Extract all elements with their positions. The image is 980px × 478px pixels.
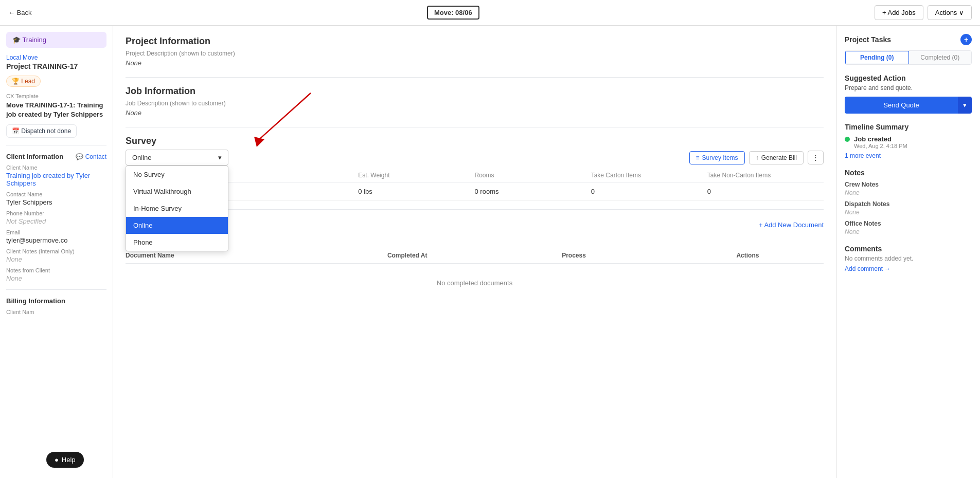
doc-col-completed: Completed At <box>387 252 562 259</box>
survey-items-icon: ≡ <box>696 154 700 161</box>
survey-option-phone[interactable]: Phone <box>126 234 228 251</box>
timeline-details: Job created Wed, Aug 2, 4:18 PM <box>854 135 907 149</box>
timeline-section: Timeline Summary Job created Wed, Aug 2,… <box>845 123 972 159</box>
main-layout: 🎓 Training Local Move Project TRAINING-1… <box>0 26 980 478</box>
no-comments-text: No comments added yet. <box>845 255 972 262</box>
client-name-label: Client Name <box>6 164 106 171</box>
notes-from-client-label: Notes from Client <box>6 267 106 273</box>
completed-tab[interactable]: Completed (0) <box>909 51 972 64</box>
billing-info-title: Billing Information <box>6 297 106 305</box>
email-value: tyler@supermove.co <box>6 236 106 244</box>
survey-items-label: Survey Items <box>702 154 738 161</box>
right-panel: Project Tasks + Pending (0) Completed (0… <box>836 26 980 478</box>
back-link[interactable]: ← Back <box>8 9 32 16</box>
col-header-carton: Take Carton Items <box>591 172 707 179</box>
contact-name-value: Tyler Schippers <box>6 198 106 206</box>
pending-tab[interactable]: Pending (0) <box>845 51 909 64</box>
doc-col-actions: Actions <box>736 252 824 259</box>
generate-bill-button[interactable]: ↑ Generate Bill <box>749 151 804 164</box>
cx-template-label: CX Template <box>6 93 106 99</box>
timeline-dot <box>845 137 850 142</box>
dispatch-badge: 📅 Dispatch not done <box>6 124 77 138</box>
timeline-title: Timeline Summary <box>845 123 972 131</box>
add-document-button[interactable]: + Add New Document <box>759 221 824 229</box>
project-info-heading: Project Information <box>126 36 824 47</box>
generate-bill-icon: ↑ <box>756 154 759 161</box>
billing-client-label: Client Nam <box>6 309 106 315</box>
timeline-job-created: Job created <box>854 135 907 143</box>
survey-more-button[interactable]: ⋮ <box>808 151 824 164</box>
crew-notes-value: None <box>845 189 972 196</box>
client-info-title: Client Information <box>6 153 63 160</box>
send-quote-dropdown-button[interactable]: ▾ <box>958 97 972 114</box>
top-header: ← Back Move: 08/06 + Add Jobs Actions ∨ <box>0 0 980 26</box>
client-name-value[interactable]: Training job created by Tyler Schippers <box>6 172 106 187</box>
project-tasks-title: Project Tasks + <box>845 34 972 45</box>
notes-section: Notes Crew Notes None Dispatch Notes Non… <box>845 169 972 235</box>
notes-title: Notes <box>845 169 972 177</box>
add-comment-link[interactable]: Add comment → <box>845 265 972 272</box>
survey-table: Est. Weight Rooms Take Carton Items Take… <box>126 172 824 201</box>
doc-col-name: Document Name <box>126 252 387 259</box>
generate-bill-label: Generate Bill <box>761 154 797 161</box>
header-actions: + Add Jobs Actions ∨ <box>875 5 972 20</box>
col-header-non-carton: Take Non-Carton Items <box>707 172 824 179</box>
client-info-header: Client Information 💬 Contact <box>6 153 106 160</box>
comments-title: Comments <box>845 245 972 253</box>
job-title: Move TRAINING-17-1: Training job created… <box>6 101 106 119</box>
job-desc-label: Job Description (shown to customer) <box>126 100 824 107</box>
help-button[interactable]: ● Help <box>46 452 84 468</box>
docs-table-header: Document Name Completed At Process Actio… <box>126 248 824 264</box>
job-desc-value: None <box>126 109 824 117</box>
docs-header: Documents ⋮ + Add New Document <box>126 220 824 230</box>
survey-heading: Survey <box>126 136 824 146</box>
survey-dropdown-menu: No Survey Virtual Walkthrough In-Home Su… <box>126 166 228 251</box>
survey-table-header: Est. Weight Rooms Take Carton Items Take… <box>126 172 824 182</box>
center-content: Project Information Project Description … <box>113 26 836 478</box>
suggested-action-desc: Prepare and send quote. <box>845 84 972 91</box>
project-name: Project TRAINING-17 <box>6 62 106 70</box>
row-non-carton: 0 <box>707 188 824 195</box>
job-info-heading: Job Information <box>126 86 824 97</box>
survey-selected-label: Online <box>132 154 152 161</box>
survey-option-virtual-walkthrough[interactable]: Virtual Walkthrough <box>126 183 228 200</box>
survey-option-no-survey[interactable]: No Survey <box>126 166 228 183</box>
survey-dropdown[interactable]: Online ▾ <box>126 150 228 166</box>
tasks-tabs: Pending (0) Completed (0) <box>845 50 972 65</box>
training-badge: 🎓 Training <box>6 32 106 48</box>
survey-controls: ≡ Survey Items ↑ Generate Bill ⋮ <box>689 151 824 164</box>
contact-link[interactable]: 💬 Contact <box>76 153 106 160</box>
survey-items-button[interactable]: ≡ Survey Items <box>689 151 745 164</box>
phone-label: Phone Number <box>6 210 106 216</box>
send-quote-button[interactable]: Send Quote <box>845 97 958 114</box>
col-header-weight: Est. Weight <box>358 172 474 179</box>
help-icon: ● <box>55 456 59 464</box>
client-notes-value: None <box>6 255 106 263</box>
crew-notes-label: Crew Notes <box>845 181 972 188</box>
timeline-item: Job created Wed, Aug 2, 4:18 PM <box>845 135 972 149</box>
add-jobs-button[interactable]: + Add Jobs <box>875 5 923 20</box>
row-est-weight: 0 lbs <box>358 188 474 195</box>
contact-name-label: Contact Name <box>6 191 106 197</box>
survey-table-row: 0 lbs 0 rooms 0 0 <box>126 182 824 201</box>
completed-docs-header[interactable]: ▾ Completed Documents (0) <box>126 236 824 244</box>
survey-option-in-home[interactable]: In-Home Survey <box>126 200 228 217</box>
add-task-icon[interactable]: + <box>960 34 972 45</box>
suggested-action-title: Suggested Action <box>845 74 972 82</box>
no-docs-message: No completed documents <box>126 264 824 302</box>
project-desc-label: Project Description (shown to customer) <box>126 50 824 57</box>
project-tasks-label: Project Tasks <box>845 35 891 44</box>
comments-section: Comments No comments added yet. Add comm… <box>845 245 972 272</box>
send-quote-wrapper: Send Quote ▾ <box>845 97 972 114</box>
actions-button[interactable]: Actions ∨ <box>928 5 972 20</box>
row-rooms: 0 rooms <box>475 188 591 195</box>
dropdown-chevron-icon: ▾ <box>218 154 222 161</box>
local-move-label: Local Move <box>6 54 106 61</box>
move-badge: Move: 08/06 <box>427 6 479 20</box>
lead-badge: 🏆 Lead <box>6 76 41 87</box>
more-events-link[interactable]: 1 more event <box>845 152 972 159</box>
dispatch-notes-value: None <box>845 209 972 216</box>
office-notes-label: Office Notes <box>845 220 972 227</box>
survey-option-online[interactable]: Online <box>126 217 228 234</box>
timeline-time: Wed, Aug 2, 4:18 PM <box>854 143 907 149</box>
